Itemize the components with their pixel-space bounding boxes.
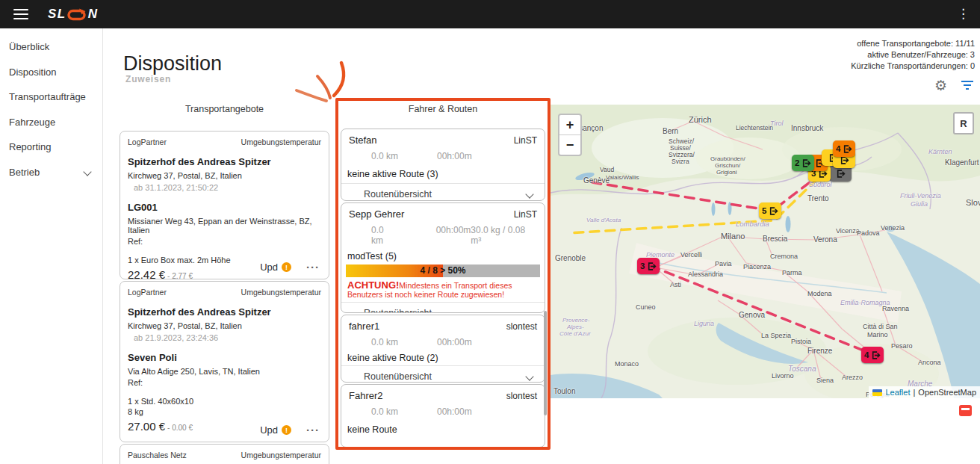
attribution-divider: | [913,388,915,397]
zoom-out-button[interactable]: − [559,135,580,155]
map-place-label: Pavia [715,260,732,267]
archive-icon[interactable] [959,405,972,416]
sidebar-item-label: Betrieb [9,167,40,178]
osm-link[interactable]: OpenStreetMap [918,388,976,397]
map-place-label: Asti [670,281,681,288]
map-place-label: Ravenna [882,305,909,312]
sidebar-item-label: Transportaufträge [9,91,86,102]
driver-time: 00h:00m [436,225,471,246]
offer-card[interactable]: LogPartner Umgebungstemperatur Spitzerho… [120,131,329,279]
route-overview-toggle[interactable]: Routenübersicht [341,302,545,313]
map-marker[interactable]: 4 [833,140,855,157]
map-place-label: Liguria [694,320,714,327]
upd-button[interactable]: Upd! [260,424,291,436]
offers-column-title: Transportangebote [120,104,329,114]
stat-active-users: aktive Benutzer/Fahrzeuge: 3 [851,49,975,61]
dropoff-address: Via Alto Adige 250, Lavis, TN, Italien [120,363,329,376]
driver-card-sepp-gehrer[interactable]: Sepp Gehrer LinST 0.0 km 00h:00m 30.0 kg… [341,202,545,313]
map-place-label: Pesaro [891,342,913,350]
driver-card-fahrer2[interactable]: Fahrer2 slontest 0.0 km 00h:00m keine Ro… [341,384,545,448]
sidebar-item-label: Überblick [9,41,49,52]
map-place-label: Kärnten [928,148,952,155]
ukraine-flag-icon [872,389,882,396]
map-marker[interactable]: 4 [861,347,884,363]
logo-text-n: N [88,7,99,22]
map-place-label: Côte d'Azur [559,330,591,337]
driver-distance: 0.0 km [371,406,398,417]
pickup-name: Spitzerhof des Andreas Spitzer [120,146,329,167]
warning-title: ACHTUNG! [347,279,399,291]
map-place-label: Innsbruck [791,124,823,132]
route-overview-toggle[interactable]: Routenübersicht [341,183,545,201]
map-place-label: Zürich [689,115,712,124]
map-place-label: Cuneo [636,303,656,311]
driver-distance: 0.0 km [371,225,397,246]
driver-card-fahrer1[interactable]: fahrer1 slontest 0.0 km 00h:00m keine ak… [341,315,545,383]
settings-gear-icon[interactable]: ⚙ [934,77,947,94]
map[interactable]: BesançonZürichBernLiechtensteinTirolInns… [551,105,980,398]
offer-card[interactable]: Pauschales Netz Umgebungstemperatur [120,444,329,464]
map-place-label: Ancona [918,359,941,366]
driver-distance: 0.0 km [371,337,398,347]
driver-card-stefan[interactable]: Stefan LinST 0.0 km 00h:00m keine aktive… [341,129,545,201]
upd-status-icon: ! [282,262,291,272]
capacity-progress-bar: 4 / 8 > 50% [346,265,540,277]
hamburger-menu-icon[interactable] [13,9,28,19]
map-marker[interactable]: 3 [637,258,660,274]
sidebar-item-fahrzeuge[interactable]: Fahrzeuge [0,110,102,135]
offer-price-sub: - 2.77 € [167,272,193,279]
map-place-label: Svizra [672,158,689,165]
offer-price: 27.00 € [128,420,165,433]
more-options-icon[interactable]: ··· [306,261,320,273]
stat-recent-changes: Kürzliche Transportänderungen: 0 [851,61,975,72]
more-options-icon[interactable]: ··· [306,424,320,436]
map-place-label: Cremona [770,253,798,260]
sidebar-item-transportauftraege[interactable]: Transportaufträge [0,84,102,110]
map-place-label: Valle d'Aosta [586,217,621,223]
map-attribution: Leaflet | OpenStreetMap [869,386,980,398]
drivers-column-title: Fahrer & Routen [338,104,548,114]
driver-org: slontest [506,321,537,332]
route-overview-label: Routenübersicht [364,371,432,382]
kebab-menu-icon[interactable]: ⋮ [957,6,970,22]
map-place-label: Friuli-Venezia [900,192,941,199]
map-place-label: Brescia [763,235,787,243]
pickup-address: Kirchweg 37, Postal, BZ, Italien [120,318,329,330]
map-place-label: Provence- [562,317,589,324]
map-place-label: Firenze [807,347,832,355]
upd-button[interactable]: Upd! [260,262,291,273]
map-marker[interactable]: 2 [792,155,814,171]
assign-button[interactable]: Zuweisen [125,74,171,84]
map-place-label: Livorno [772,372,794,380]
sidebar-item-ueberblick[interactable]: Überblick [0,34,102,60]
offer-price-sub: - 0.00 € [167,424,193,432]
offer-card[interactable]: LogPartner Umgebungstemperatur Spitzerho… [120,281,329,442]
map-place-label: Genova [739,311,765,319]
sidebar-item-betrieb[interactable]: Betrieb [0,160,102,185]
stat-open-offers: offene Transportangebote: 11/11 [851,38,975,49]
map-reset-button[interactable]: R [953,112,974,134]
logo-o-arrow-icon [67,8,87,21]
sidebar-item-disposition[interactable]: Disposition [0,60,102,85]
page-title: Disposition [123,52,222,75]
upd-label: Upd [260,424,278,436]
pickup-name: Spitzerhof des Andreas Spitzer [120,297,329,318]
sidebar-item-reporting[interactable]: Reporting [0,134,102,160]
leaflet-link[interactable]: Leaflet [885,388,910,397]
sidebar-item-label: Reporting [9,141,51,152]
drivers-scrollbar[interactable] [544,311,547,415]
route-status: keine aktive Route (3) [341,163,545,183]
map-place-label: Piacenza [743,263,771,270]
driver-distance: 0.0 km [371,151,398,161]
offer-temp-label: Umgebungstemperatur [241,288,321,297]
map-place-label: Padova [857,229,880,237]
app-logo: SL N [48,7,99,22]
zoom-in-button[interactable]: + [559,115,580,135]
exit-route-icon [871,350,881,360]
map-place-label: Lombardia [736,220,769,228]
filter-icon[interactable] [961,80,974,90]
route-overview-toggle[interactable]: Routenübersicht [341,365,545,383]
map-marker[interactable]: 5 [759,202,781,219]
map-place-label: Pistoia [791,338,811,345]
driver-load: 30.0 kg / 0.08 m³ [471,225,536,246]
